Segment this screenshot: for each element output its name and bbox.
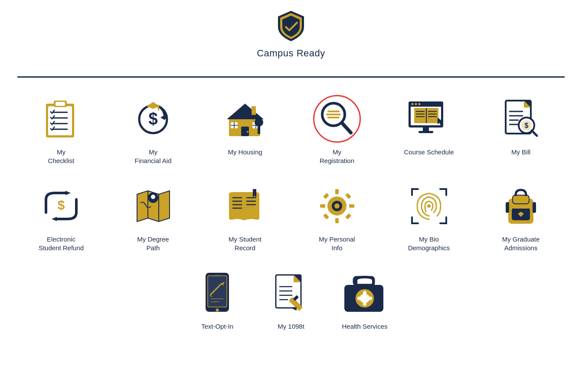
my-student-record-icon-wrapper (221, 182, 269, 230)
text-opt-in-label: Text-Opt-In (201, 322, 233, 331)
course-schedule-icon-wrapper (405, 95, 453, 143)
svg-line-31 (342, 123, 351, 133)
svg-rect-86 (345, 193, 351, 199)
svg-rect-38 (414, 108, 426, 123)
my-1098t-icon (271, 273, 312, 314)
svg-point-80 (334, 203, 340, 209)
my-financial-aid-label: MyFinancial Aid (134, 148, 171, 165)
my-degree-path-item[interactable]: My DegreePath (109, 182, 197, 252)
my-personal-info-icon (317, 186, 358, 227)
my-personal-info-icon-wrapper (313, 182, 361, 230)
my-financial-aid-icon: $ (134, 98, 173, 140)
svg-rect-95 (506, 202, 509, 213)
svg-point-89 (427, 204, 431, 208)
my-graduate-admissions-icon (500, 186, 542, 227)
svg-rect-81 (335, 189, 339, 194)
my-personal-info-item[interactable]: My PersonalInfo (293, 182, 381, 252)
my-bio-demographics-item[interactable]: My BioDemographics (385, 182, 473, 252)
electronic-student-refund-item[interactable]: $ ElectronicStudent Refund (17, 182, 105, 252)
svg-point-100 (216, 308, 219, 312)
my-financial-aid-icon-wrapper: $ (129, 95, 177, 143)
svg-rect-91 (513, 195, 529, 204)
my-graduate-admissions-item[interactable]: My GraduateAdmissions (477, 182, 565, 252)
health-services-label: Health Services (342, 322, 387, 331)
my-1098t-label: My 1098t (278, 322, 304, 331)
svg-rect-96 (533, 202, 536, 213)
svg-text:$: $ (58, 198, 65, 212)
electronic-student-refund-icon-wrapper: $ (37, 182, 85, 230)
my-checklist-item[interactable]: MyChecklist (17, 95, 105, 165)
my-checklist-label: MyChecklist (48, 148, 75, 165)
page-container: Campus Ready (0, 0, 582, 357)
my-housing-label: My Housing (228, 148, 262, 157)
my-student-record-label: My StudentRecord (229, 235, 262, 252)
svg-rect-88 (345, 213, 351, 219)
my-bill-label: My Bill (511, 148, 530, 157)
svg-point-35 (411, 103, 413, 105)
icon-grid-row3: Text-Opt-In (17, 269, 565, 331)
my-registration-label: MyRegistration (320, 148, 354, 165)
svg-rect-85 (323, 193, 329, 199)
my-degree-path-icon-wrapper (129, 182, 177, 230)
my-degree-path-icon (133, 186, 174, 227)
my-housing-icon-wrapper (221, 95, 269, 143)
my-bill-icon: $ (501, 98, 540, 140)
my-registration-icon-wrapper (313, 95, 361, 143)
svg-point-17 (247, 131, 248, 133)
svg-rect-3 (56, 102, 65, 106)
campus-ready-logo (274, 9, 308, 43)
my-bio-demographics-label: My BioDemographics (408, 235, 450, 252)
divider (17, 76, 565, 78)
svg-point-36 (415, 103, 417, 105)
svg-marker-15 (227, 104, 264, 119)
my-registration-icon (315, 97, 359, 140)
my-bio-demographics-icon (409, 186, 450, 227)
my-degree-path-label: My DegreePath (137, 235, 169, 252)
svg-marker-9 (160, 115, 165, 120)
svg-point-26 (255, 118, 263, 127)
my-registration-item[interactable]: MyRegistration (293, 95, 381, 165)
my-1098t-icon-wrapper (267, 269, 315, 317)
header-section: Campus Ready (17, 9, 565, 68)
my-checklist-icon (42, 98, 81, 140)
svg-rect-24 (252, 106, 256, 115)
my-student-record-item[interactable]: My StudentRecord (201, 182, 289, 252)
svg-rect-101 (214, 274, 220, 275)
svg-marker-11 (147, 102, 160, 109)
my-student-record-icon (225, 186, 266, 227)
course-schedule-item[interactable]: Course Schedule (385, 95, 473, 165)
electronic-student-refund-icon: $ (39, 189, 83, 223)
my-bill-item[interactable]: $ My Bill (477, 95, 565, 165)
my-personal-info-label: My PersonalInfo (319, 235, 355, 252)
icon-grid-row2: $ ElectronicStudent Refund (17, 182, 565, 252)
svg-rect-48 (423, 127, 429, 131)
my-financial-aid-item[interactable]: $ MyFinancial Aid (109, 95, 197, 165)
my-graduate-admissions-icon-wrapper (497, 182, 545, 230)
course-schedule-label: Course Schedule (404, 148, 454, 157)
electronic-student-refund-label: ElectronicStudent Refund (39, 235, 84, 252)
my-housing-icon (225, 98, 266, 140)
my-bio-demographics-icon-wrapper (405, 182, 453, 230)
health-services-icon (341, 273, 389, 314)
svg-point-69 (151, 195, 155, 199)
svg-rect-87 (323, 213, 329, 219)
svg-rect-34 (409, 101, 443, 107)
svg-line-60 (532, 131, 537, 136)
my-checklist-icon-wrapper (37, 95, 85, 143)
header-title: Campus Ready (17, 48, 565, 59)
svg-rect-49 (419, 131, 433, 133)
my-graduate-admissions-label: My GraduateAdmissions (502, 235, 540, 252)
svg-rect-83 (320, 204, 325, 208)
my-1098t-item[interactable]: My 1098t (267, 269, 315, 331)
svg-marker-62 (52, 217, 57, 221)
svg-rect-1 (48, 106, 72, 135)
svg-text:$: $ (148, 110, 157, 128)
text-opt-in-item[interactable]: Text-Opt-In (193, 269, 241, 331)
svg-rect-82 (335, 218, 339, 223)
svg-rect-39 (426, 108, 438, 123)
course-schedule-icon (406, 99, 452, 138)
health-services-item[interactable]: Health Services (341, 269, 389, 331)
my-housing-item[interactable]: My Housing (201, 95, 289, 165)
svg-rect-84 (349, 204, 354, 208)
text-opt-in-icon (202, 271, 232, 316)
